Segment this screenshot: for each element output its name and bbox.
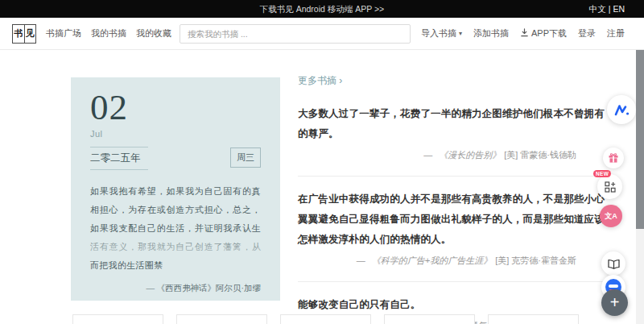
reading-mode-book-icon[interactable] bbox=[601, 251, 625, 276]
add-excerpt-button[interactable]: 添加书摘 bbox=[473, 27, 509, 39]
quote-text: 在广告业中获得成功的人并不是那些有高贵教养的人，不是那些小心翼翼避免自己显得粗鲁… bbox=[298, 189, 610, 250]
attribution-dash: — bbox=[357, 255, 365, 265]
nav-item-my-excerpts[interactable]: 我的书摘 bbox=[91, 27, 126, 39]
calendar-day: 02 bbox=[90, 87, 261, 127]
quote-attribution: —《漫长的告别》[美] 雷蒙德·钱德勒 bbox=[298, 149, 610, 161]
excerpt-list: 更多书摘 › 大多数人过了一辈子，花费了一半的精力企图维护他们根本不曾拥有的尊严… bbox=[298, 73, 610, 324]
excerpt-card[interactable] bbox=[384, 314, 475, 324]
logo-char: 见 bbox=[24, 25, 35, 43]
quote-attribution: —《科学的广告+我的广告生涯》[美] 克劳德·霍普金斯 bbox=[298, 255, 610, 267]
monica-assistant-icon[interactable] bbox=[607, 95, 636, 124]
more-excerpts-link[interactable]: 更多书摘 › bbox=[298, 74, 342, 88]
nav-item-my-favorites[interactable]: 我的收藏 bbox=[136, 27, 171, 39]
chevron-down-icon: ▾ bbox=[459, 30, 462, 37]
quote-source-title: 《科学的广告+我的广告生涯》 bbox=[372, 255, 492, 265]
nav-actions: 导入书摘 ▾ 添加书摘 APP下载 登录 注册 bbox=[421, 27, 625, 39]
scrollbar-thumb[interactable] bbox=[636, 50, 644, 229]
page: 下载书见 Android 移动端 APP >> 中文 | EN 书 见 书摘广场… bbox=[0, 0, 644, 324]
nav-item-excerpt-plaza[interactable]: 书摘广场 bbox=[46, 27, 81, 39]
add-floating-action-button[interactable]: + bbox=[601, 289, 628, 316]
logo-char: 书 bbox=[13, 25, 24, 43]
divider bbox=[298, 281, 610, 282]
scrollbar-track bbox=[636, 50, 644, 324]
new-badge: NEW bbox=[593, 170, 611, 177]
app-download-promo-link[interactable]: 下载书见 Android 移动端 APP >> bbox=[0, 0, 644, 18]
quote-author: [美] 雷蒙德·钱德勒 bbox=[504, 150, 576, 160]
quote-source-title: 《漫长的告别》 bbox=[439, 150, 501, 160]
login-button[interactable]: 登录 bbox=[578, 27, 596, 39]
import-excerpt-dropdown[interactable]: 导入书摘 ▾ bbox=[421, 27, 462, 39]
collect-extension-icon[interactable]: NEW bbox=[597, 174, 622, 199]
calendar-quote-wrap: 如果我抱有希望，如果我为自己固有的真相担心，为存在或创造方式担心，总之，如果我支… bbox=[90, 182, 261, 275]
quote-text: 能够改变自己的只有自己。 bbox=[298, 295, 610, 315]
site-logo[interactable]: 书 见 bbox=[12, 24, 36, 44]
download-icon bbox=[520, 28, 529, 39]
quote-item[interactable]: 在广告业中获得成功的人并不是那些有高贵教养的人，不是那些小心翼翼避免自己显得粗鲁… bbox=[298, 185, 610, 275]
register-button[interactable]: 注册 bbox=[607, 27, 625, 39]
navbar: 书 见 书摘广场 我的书摘 我的收藏 导入书摘 ▾ 添加书摘 APP下载 登录 … bbox=[0, 18, 644, 50]
top-announcement-bar: 下载书见 Android 移动端 APP >> 中文 | EN bbox=[0, 0, 644, 18]
quote-text: 大多数人过了一辈子，花费了一半的精力企图维护他们根本不曾拥有的尊严。 bbox=[298, 104, 610, 144]
quote-item[interactable]: 大多数人过了一辈子，花费了一半的精力企图维护他们根本不曾拥有的尊严。 —《漫长的… bbox=[298, 99, 610, 169]
calendar-quote-attribution: — 《西西弗神话》阿尔贝·加缪 bbox=[90, 283, 261, 294]
calendar-year: 二零二五年 bbox=[90, 147, 148, 170]
attribution-dash: — bbox=[423, 150, 432, 160]
language-switcher[interactable]: 中文 | EN bbox=[589, 0, 625, 18]
calendar-quote-text: 如果我抱有希望，如果我为自己固有的真相担心，为存在或创造方式担心，总之，如果我支… bbox=[90, 182, 261, 275]
excerpt-card[interactable] bbox=[280, 314, 371, 324]
app-download-button[interactable]: APP下载 bbox=[520, 27, 567, 39]
calendar-month: Jul bbox=[90, 129, 261, 139]
divider bbox=[298, 176, 610, 177]
calendar-weekday-badge: 周三 bbox=[230, 147, 261, 168]
excerpt-card[interactable] bbox=[72, 314, 163, 324]
quote-author: [美] 克劳德·霍普金斯 bbox=[495, 255, 576, 265]
search-input[interactable] bbox=[180, 24, 411, 44]
excerpt-card[interactable] bbox=[176, 314, 267, 324]
next-row-cards bbox=[72, 314, 579, 324]
translate-icon[interactable]: 文A bbox=[600, 205, 622, 227]
calendar-year-row: 二零二五年 周三 bbox=[90, 147, 261, 171]
gift-promo-icon[interactable] bbox=[603, 147, 624, 168]
excerpt-card[interactable] bbox=[488, 314, 579, 324]
daily-calendar-card: 02 Jul 二零二五年 周三 如果我抱有希望，如果我为自己固有的真相担心，为存… bbox=[71, 77, 280, 301]
